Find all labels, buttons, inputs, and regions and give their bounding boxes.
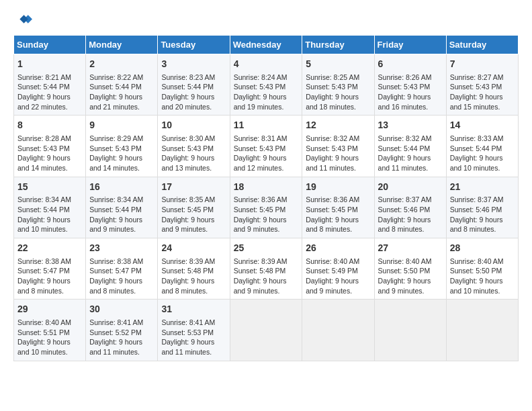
calendar-week-row: 1Sunrise: 8:21 AMSunset: 5:44 PMDaylight… xyxy=(14,54,519,116)
cell-details: Sunrise: 8:32 AMSunset: 5:43 PMDaylight:… xyxy=(306,134,370,173)
calendar-week-row: 8Sunrise: 8:28 AMSunset: 5:43 PMDaylight… xyxy=(14,116,519,177)
cell-details: Sunrise: 8:37 AMSunset: 5:46 PMDaylight:… xyxy=(378,195,443,234)
day-number: 12 xyxy=(306,119,370,132)
calendar-cell: 22Sunrise: 8:38 AMSunset: 5:47 PMDayligh… xyxy=(14,238,86,300)
cell-details: Sunrise: 8:21 AMSunset: 5:44 PMDaylight:… xyxy=(17,73,82,112)
day-number: 21 xyxy=(450,181,515,194)
cell-details: Sunrise: 8:33 AMSunset: 5:44 PMDaylight:… xyxy=(450,134,515,173)
day-number: 30 xyxy=(89,303,154,316)
cell-details: Sunrise: 8:23 AMSunset: 5:44 PMDaylight:… xyxy=(161,73,226,112)
calendar-cell: 23Sunrise: 8:38 AMSunset: 5:47 PMDayligh… xyxy=(86,238,158,300)
logo-icon xyxy=(13,11,32,30)
calendar-cell: 19Sunrise: 8:36 AMSunset: 5:45 PMDayligh… xyxy=(302,177,374,238)
weekday-header-tuesday: Tuesday xyxy=(158,36,230,54)
cell-details: Sunrise: 8:36 AMSunset: 5:45 PMDaylight:… xyxy=(306,195,370,234)
calendar-cell: 31Sunrise: 8:41 AMSunset: 5:53 PMDayligh… xyxy=(158,300,230,361)
calendar-header-row: SundayMondayTuesdayWednesdayThursdayFrid… xyxy=(14,36,519,54)
day-number: 25 xyxy=(234,242,299,255)
calendar-cell: 2Sunrise: 8:22 AMSunset: 5:44 PMDaylight… xyxy=(86,54,158,116)
calendar-cell: 15Sunrise: 8:34 AMSunset: 5:44 PMDayligh… xyxy=(14,177,86,238)
cell-details: Sunrise: 8:29 AMSunset: 5:43 PMDaylight:… xyxy=(89,134,154,173)
weekday-header-monday: Monday xyxy=(86,36,158,54)
weekday-header-wednesday: Wednesday xyxy=(230,36,302,54)
cell-details: Sunrise: 8:34 AMSunset: 5:44 PMDaylight:… xyxy=(17,195,82,234)
day-number: 7 xyxy=(450,58,515,71)
cell-details: Sunrise: 8:26 AMSunset: 5:43 PMDaylight:… xyxy=(378,73,443,112)
cell-details: Sunrise: 8:24 AMSunset: 5:43 PMDaylight:… xyxy=(234,73,299,112)
day-number: 20 xyxy=(378,181,443,194)
cell-details: Sunrise: 8:37 AMSunset: 5:46 PMDaylight:… xyxy=(450,195,515,234)
day-number: 29 xyxy=(17,303,82,316)
calendar-cell: 21Sunrise: 8:37 AMSunset: 5:46 PMDayligh… xyxy=(446,177,518,238)
cell-details: Sunrise: 8:38 AMSunset: 5:47 PMDaylight:… xyxy=(89,257,154,296)
page-header xyxy=(13,11,519,30)
day-number: 31 xyxy=(161,303,226,316)
day-number: 27 xyxy=(378,242,443,255)
calendar-cell: 27Sunrise: 8:40 AMSunset: 5:50 PMDayligh… xyxy=(374,238,446,300)
logo xyxy=(13,11,35,30)
calendar-cell: 3Sunrise: 8:23 AMSunset: 5:44 PMDaylight… xyxy=(158,54,230,116)
cell-details: Sunrise: 8:39 AMSunset: 5:48 PMDaylight:… xyxy=(161,257,226,296)
cell-details: Sunrise: 8:40 AMSunset: 5:50 PMDaylight:… xyxy=(450,257,515,296)
day-number: 1 xyxy=(17,58,82,71)
calendar-cell: 4Sunrise: 8:24 AMSunset: 5:43 PMDaylight… xyxy=(230,54,302,116)
cell-details: Sunrise: 8:28 AMSunset: 5:43 PMDaylight:… xyxy=(17,134,82,173)
weekday-header-friday: Friday xyxy=(374,36,446,54)
weekday-header-thursday: Thursday xyxy=(302,36,374,54)
calendar-cell: 29Sunrise: 8:40 AMSunset: 5:51 PMDayligh… xyxy=(14,300,86,361)
cell-details: Sunrise: 8:22 AMSunset: 5:44 PMDaylight:… xyxy=(89,73,154,112)
cell-details: Sunrise: 8:40 AMSunset: 5:50 PMDaylight:… xyxy=(378,257,443,296)
calendar-cell: 1Sunrise: 8:21 AMSunset: 5:44 PMDaylight… xyxy=(14,54,86,116)
day-number: 26 xyxy=(306,242,370,255)
calendar-cell: 17Sunrise: 8:35 AMSunset: 5:45 PMDayligh… xyxy=(158,177,230,238)
calendar-cell: 10Sunrise: 8:30 AMSunset: 5:43 PMDayligh… xyxy=(158,116,230,177)
calendar-cell: 9Sunrise: 8:29 AMSunset: 5:43 PMDaylight… xyxy=(86,116,158,177)
calendar-cell xyxy=(446,300,518,361)
cell-details: Sunrise: 8:31 AMSunset: 5:43 PMDaylight:… xyxy=(234,134,299,173)
calendar-cell: 24Sunrise: 8:39 AMSunset: 5:48 PMDayligh… xyxy=(158,238,230,300)
day-number: 4 xyxy=(234,58,299,71)
cell-details: Sunrise: 8:38 AMSunset: 5:47 PMDaylight:… xyxy=(17,257,82,296)
day-number: 15 xyxy=(17,181,82,194)
cell-details: Sunrise: 8:35 AMSunset: 5:45 PMDaylight:… xyxy=(161,195,226,234)
cell-details: Sunrise: 8:41 AMSunset: 5:52 PMDaylight:… xyxy=(89,318,154,357)
calendar-cell: 8Sunrise: 8:28 AMSunset: 5:43 PMDaylight… xyxy=(14,116,86,177)
cell-details: Sunrise: 8:27 AMSunset: 5:43 PMDaylight:… xyxy=(450,73,515,112)
calendar-week-row: 29Sunrise: 8:40 AMSunset: 5:51 PMDayligh… xyxy=(14,300,519,361)
calendar-cell: 18Sunrise: 8:36 AMSunset: 5:45 PMDayligh… xyxy=(230,177,302,238)
cell-details: Sunrise: 8:41 AMSunset: 5:53 PMDaylight:… xyxy=(161,318,226,357)
day-number: 2 xyxy=(89,58,154,71)
calendar-cell: 6Sunrise: 8:26 AMSunset: 5:43 PMDaylight… xyxy=(374,54,446,116)
cell-details: Sunrise: 8:32 AMSunset: 5:44 PMDaylight:… xyxy=(378,134,443,173)
day-number: 14 xyxy=(450,119,515,132)
calendar-cell: 14Sunrise: 8:33 AMSunset: 5:44 PMDayligh… xyxy=(446,116,518,177)
calendar-week-row: 15Sunrise: 8:34 AMSunset: 5:44 PMDayligh… xyxy=(14,177,519,238)
calendar-week-row: 22Sunrise: 8:38 AMSunset: 5:47 PMDayligh… xyxy=(14,238,519,300)
cell-details: Sunrise: 8:39 AMSunset: 5:48 PMDaylight:… xyxy=(234,257,299,296)
day-number: 8 xyxy=(17,119,82,132)
calendar-cell xyxy=(302,300,374,361)
cell-details: Sunrise: 8:30 AMSunset: 5:43 PMDaylight:… xyxy=(161,134,226,173)
day-number: 5 xyxy=(306,58,370,71)
weekday-header-sunday: Sunday xyxy=(14,36,86,54)
calendar-table: SundayMondayTuesdayWednesdayThursdayFrid… xyxy=(13,35,519,361)
day-number: 17 xyxy=(161,181,226,194)
cell-details: Sunrise: 8:25 AMSunset: 5:43 PMDaylight:… xyxy=(306,73,370,112)
calendar-cell: 5Sunrise: 8:25 AMSunset: 5:43 PMDaylight… xyxy=(302,54,374,116)
cell-details: Sunrise: 8:40 AMSunset: 5:51 PMDaylight:… xyxy=(17,318,82,357)
day-number: 22 xyxy=(17,242,82,255)
day-number: 24 xyxy=(161,242,226,255)
calendar-cell: 26Sunrise: 8:40 AMSunset: 5:49 PMDayligh… xyxy=(302,238,374,300)
calendar-cell: 12Sunrise: 8:32 AMSunset: 5:43 PMDayligh… xyxy=(302,116,374,177)
day-number: 13 xyxy=(378,119,443,132)
day-number: 6 xyxy=(378,58,443,71)
cell-details: Sunrise: 8:36 AMSunset: 5:45 PMDaylight:… xyxy=(234,195,299,234)
day-number: 18 xyxy=(234,181,299,194)
day-number: 9 xyxy=(89,119,154,132)
calendar-cell: 30Sunrise: 8:41 AMSunset: 5:52 PMDayligh… xyxy=(86,300,158,361)
day-number: 10 xyxy=(161,119,226,132)
day-number: 23 xyxy=(89,242,154,255)
calendar-cell xyxy=(230,300,302,361)
calendar-cell: 13Sunrise: 8:32 AMSunset: 5:44 PMDayligh… xyxy=(374,116,446,177)
day-number: 19 xyxy=(306,181,370,194)
